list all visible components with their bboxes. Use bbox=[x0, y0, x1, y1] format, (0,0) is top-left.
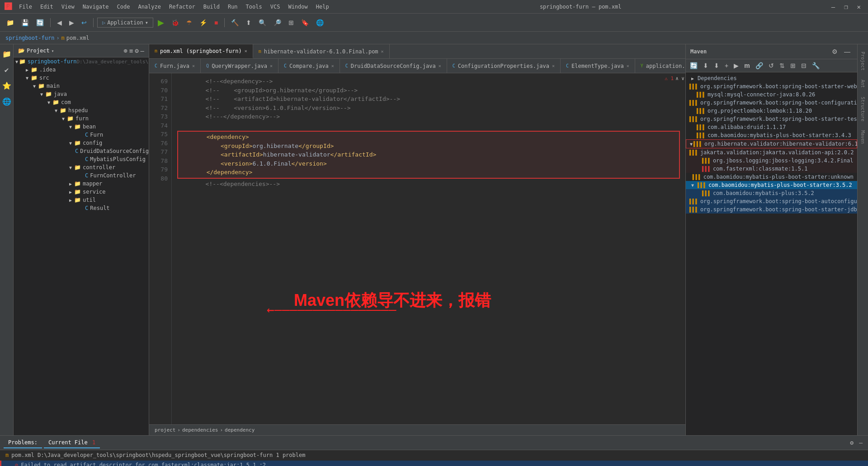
tree-item-bean[interactable]: ▼ 📁 bean bbox=[14, 123, 149, 131]
tab-furn-java[interactable]: C Furn.java ✕ bbox=[149, 59, 201, 73]
menu-run[interactable]: Run bbox=[224, 3, 241, 11]
maven-dep-classmate[interactable]: ▌▌▌ com.fasterxml:classmate:1.5.1 bbox=[686, 165, 857, 173]
debug-button[interactable]: 🐞 bbox=[169, 17, 182, 28]
tab-querywrapper[interactable]: Q QueryWrapper.java ✕ bbox=[201, 59, 278, 73]
right-structure-icon[interactable]: Structure bbox=[859, 93, 866, 125]
maven-download-icon[interactable]: ⬇ bbox=[701, 61, 711, 70]
maven-run-icon[interactable]: ▶ bbox=[731, 61, 741, 70]
activity-favorites-icon[interactable]: ⭐ bbox=[0, 80, 13, 92]
elemtype-close[interactable]: ✕ bbox=[627, 63, 629, 68]
tree-item-mapper[interactable]: ▶ 📁 mapper bbox=[14, 180, 149, 188]
maven-dep-1[interactable]: ▌▌▌ org.springframework.boot:spring-boot… bbox=[686, 82, 857, 90]
activity-commit-icon[interactable]: ✔ bbox=[3, 64, 11, 76]
prob-settings-icon[interactable]: ⚙ bbox=[848, 438, 855, 447]
maven-dep-mybatis-unknown[interactable]: ▌▌▌ com.baomidou:mybatis-plus-boot-start… bbox=[686, 173, 857, 181]
tree-item-service[interactable]: ▶ 📁 service bbox=[14, 188, 149, 196]
maven-refresh-icon[interactable]: ↺ bbox=[766, 61, 776, 70]
tree-item-result[interactable]: ▶ C Result bbox=[14, 204, 149, 212]
menu-view[interactable]: View bbox=[58, 3, 78, 11]
update-button[interactable]: ⬆ bbox=[243, 17, 254, 28]
menu-tools[interactable]: Tools bbox=[242, 3, 266, 11]
activity-project-icon[interactable]: 📁 bbox=[0, 48, 13, 60]
tree-item-druid[interactable]: ▶ C DruidDataSourceConfig bbox=[14, 147, 149, 155]
maven-settings-icon[interactable]: ⚙ bbox=[830, 47, 840, 56]
close-sidebar-icon[interactable]: — bbox=[141, 47, 144, 54]
tab-config-props[interactable]: C ConfigurationProperties.java ✕ bbox=[447, 59, 561, 73]
confprop-close[interactable]: ✕ bbox=[552, 63, 555, 68]
tree-item-mybatis[interactable]: ▶ C MybatisPlusConfig bbox=[14, 155, 149, 163]
tree-item-main[interactable]: ▼ 📁 main bbox=[14, 82, 149, 90]
tree-item-furn[interactable]: ▼ 📁 furn bbox=[14, 114, 149, 123]
tree-item-config[interactable]: ▼ 📁 config bbox=[14, 139, 149, 147]
tab-druid-config[interactable]: C DruidDataSourceConfig.java ✕ bbox=[340, 59, 447, 73]
tree-item-src[interactable]: ▼ 📁 src bbox=[14, 74, 149, 82]
tree-item-java[interactable]: ▼ 📁 java bbox=[14, 90, 149, 98]
tree-item-hspedu[interactable]: ▼ 📁 hspedu bbox=[14, 106, 149, 114]
tab-hibernate-validator[interactable]: m hibernate-validator-6.1.0.Final.pom ✕ bbox=[253, 44, 390, 58]
search-button[interactable]: 🔍 bbox=[256, 17, 269, 28]
maven-dep-5[interactable]: ▌▌▌ org.springframework.boot:spring-boot… bbox=[686, 115, 857, 123]
tab-pom-xml[interactable]: m pom.xml (springboot-furn) ✕ bbox=[149, 44, 253, 58]
find-button[interactable]: 🔎 bbox=[271, 17, 284, 28]
dropdown-icon[interactable]: ▾ bbox=[52, 48, 54, 53]
maven-reload-icon[interactable]: 🔄 bbox=[688, 61, 700, 70]
forward-button[interactable]: ▶ bbox=[66, 17, 77, 28]
run-button[interactable]: ▶ bbox=[155, 16, 167, 29]
breadcrumb-file[interactable]: pom.xml bbox=[66, 35, 90, 41]
menu-analyze[interactable]: Analyze bbox=[134, 3, 165, 11]
tree-root[interactable]: ▼ 📁 springboot-furn D:\Java_developer_to… bbox=[14, 57, 149, 66]
menu-file[interactable]: File bbox=[15, 3, 36, 11]
qw-close[interactable]: ✕ bbox=[270, 63, 273, 68]
maven-link-icon[interactable]: 🔗 bbox=[753, 61, 765, 70]
maven-sort-icon[interactable]: ⇅ bbox=[777, 61, 787, 70]
right-maven-icon[interactable]: Maven bbox=[859, 127, 866, 147]
menu-vcs[interactable]: VCS bbox=[267, 3, 284, 11]
tab-problems-label[interactable]: Problems: bbox=[4, 437, 42, 448]
maven-dep-7[interactable]: ▌▌▌ com.baomidou:mybatis-plus-boot-start… bbox=[686, 131, 857, 139]
menu-navigate[interactable]: Navigate bbox=[79, 3, 113, 11]
maven-dependencies-header[interactable]: ▶ Dependencies bbox=[686, 74, 857, 82]
maven-collapse2-icon[interactable]: ⊟ bbox=[799, 61, 809, 70]
build-button[interactable]: 🔨 bbox=[228, 17, 241, 28]
save-button[interactable]: 💾 bbox=[19, 17, 32, 28]
sync-button[interactable]: 🔄 bbox=[33, 17, 47, 28]
menu-help[interactable]: Help bbox=[312, 3, 333, 11]
tree-item-furn-class[interactable]: ▶ C Furn bbox=[14, 131, 149, 139]
menu-refactor[interactable]: Refactor bbox=[165, 3, 199, 11]
profile-button[interactable]: ⚡ bbox=[197, 17, 210, 28]
maven-dep-boot-auto[interactable]: ▌▌▌ org.springframework.boot:spring-boot… bbox=[686, 197, 857, 205]
tree-item-idea[interactable]: ▶ 📁 .idea bbox=[14, 66, 149, 74]
maven-collapse-icon[interactable]: — bbox=[842, 47, 853, 56]
maven-download-sources-icon[interactable]: ⬇ bbox=[712, 61, 722, 70]
revert-button[interactable]: ↩ bbox=[79, 17, 90, 28]
code-editor[interactable]: ⚠ 1 ∧ ∨ <!--<dependency>--> <!-- <groupI… bbox=[172, 73, 685, 424]
right-ant-icon[interactable]: Ant bbox=[859, 76, 866, 91]
tab-current-file[interactable]: Current File 1 bbox=[44, 437, 100, 448]
maven-dep-hibernate[interactable]: ▼ ▌▌▌ org.hibernate.validator:hibernate-… bbox=[686, 139, 857, 148]
tree-item-util[interactable]: ▶ 📁 util bbox=[14, 196, 149, 204]
settings-icon[interactable]: ⚙ bbox=[135, 47, 138, 54]
minimize-button[interactable]: — bbox=[829, 3, 838, 10]
maven-dep-mybatis-352[interactable]: ▼ ▌▌▌ com.baomidou:mybatis-plus-boot-sta… bbox=[686, 181, 857, 189]
pom-tab-close[interactable]: ✕ bbox=[245, 48, 247, 53]
tab-compare[interactable]: C Compare.java ✕ bbox=[278, 59, 340, 73]
furn-java-close[interactable]: ✕ bbox=[192, 63, 195, 68]
druid-tab-close[interactable]: ✕ bbox=[439, 63, 441, 68]
hibernate-tab-close[interactable]: ✕ bbox=[381, 49, 384, 54]
tab-application-yml[interactable]: Y application.yml ✕ bbox=[635, 59, 685, 73]
maven-dep-mybatis-plus[interactable]: ▌▌▌ com.baomidou:mybatis-plus:3.5.2 bbox=[686, 189, 857, 197]
menu-build[interactable]: Build bbox=[200, 3, 223, 11]
maven-dep-boot-jdbc[interactable]: ▌▌▌ org.springframework.boot:spring-boot… bbox=[686, 205, 857, 214]
breadcrumb-project[interactable]: springboot-furn bbox=[5, 35, 54, 41]
tree-item-furncontroller[interactable]: ▶ C FurnController bbox=[14, 171, 149, 180]
bc-dependencies[interactable]: dependencies bbox=[182, 427, 218, 433]
maximize-button[interactable]: ❐ bbox=[841, 3, 850, 10]
add-file-icon[interactable]: ⊕ bbox=[123, 47, 127, 54]
menu-code[interactable]: Code bbox=[113, 3, 134, 11]
coverage-button[interactable]: ☂ bbox=[184, 17, 195, 28]
maven-dep-jboss[interactable]: ▌▌▌ org.jboss.logging:jboss-logging:3.4.… bbox=[686, 157, 857, 165]
tab-elementtype[interactable]: C ElementType.java ✕ bbox=[561, 59, 635, 73]
bc-dependency[interactable]: dependency bbox=[225, 427, 255, 433]
menu-edit[interactable]: Edit bbox=[37, 3, 57, 11]
bc-project[interactable]: project bbox=[155, 427, 175, 433]
